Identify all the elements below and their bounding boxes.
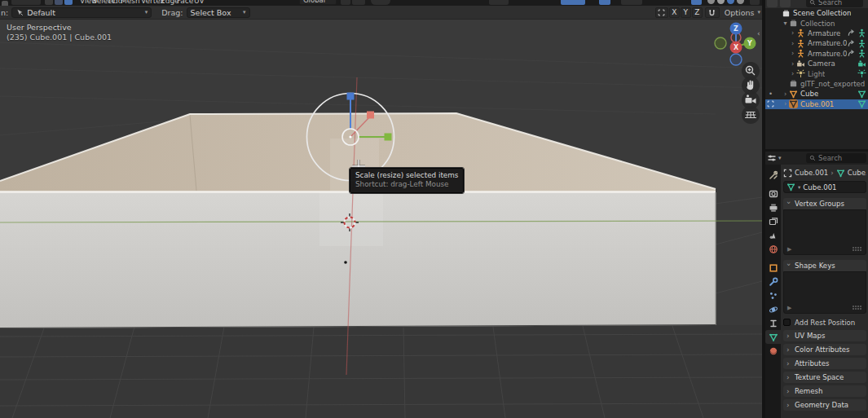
scale-handle-x[interactable]	[367, 112, 374, 119]
expander-open-icon[interactable]: ▾	[782, 20, 789, 27]
shading-material-button[interactable]	[727, 0, 734, 4]
shading-dropdown[interactable]	[750, 0, 760, 5]
expander-closed-icon[interactable]: ›	[789, 60, 796, 68]
breadcrumb-data[interactable]: Cube.0	[848, 169, 866, 177]
properties-tab-object-data[interactable]	[765, 330, 781, 344]
scale-handle-y[interactable]	[385, 134, 392, 141]
properties-tab-particles[interactable]	[765, 288, 781, 302]
light-icon[interactable]	[857, 69, 866, 78]
checkbox-unchecked[interactable]	[783, 319, 791, 326]
pose-icon[interactable]	[847, 29, 856, 37]
panel-header-uv-maps[interactable]: ›UV Maps	[783, 330, 866, 341]
sidebar-collapse-arrow[interactable]: ‹	[757, 29, 760, 37]
add-rest-position-row[interactable]: Add Rest Position	[783, 317, 866, 328]
axis-button-y[interactable]: Y	[681, 7, 691, 18]
expander-closed-icon[interactable]: ›	[782, 90, 789, 98]
expander-closed-icon[interactable]: ›	[789, 70, 796, 77]
transform-pivot-button[interactable]	[655, 7, 668, 18]
panel-header-vertex-groups[interactable]: › Vertex Groups	[783, 198, 866, 209]
mode-dropdown[interactable]	[11, 0, 41, 5]
mesh-datablock-field[interactable]: ▾ Cube.001	[783, 181, 866, 193]
properties-editor-type-button[interactable]: ▾	[767, 153, 782, 163]
properties-tab-tool[interactable]	[765, 168, 781, 182]
expander-closed-icon[interactable]: ›	[789, 50, 796, 57]
list-expand-icon[interactable]: ▶	[787, 305, 791, 311]
properties-tab-world[interactable]	[765, 242, 781, 256]
vertex-select-mode-button[interactable]	[45, 0, 53, 5]
outliner-row-collection[interactable]: ▾Collection	[765, 18, 868, 28]
shading-rendered-button[interactable]	[737, 0, 744, 4]
outliner-row-light[interactable]: ›Light	[765, 68, 868, 78]
gizmo-toggle[interactable]	[599, 0, 610, 5]
outliner-row-armature-002[interactable]: ›Armature.002	[765, 49, 868, 59]
viewport-3d[interactable]: Z Y X ‹	[0, 0, 762, 418]
properties-tab-scene[interactable]	[765, 228, 781, 242]
snap-magnet-toggle[interactable]	[341, 0, 350, 5]
camera-icon[interactable]	[857, 59, 866, 68]
outliner-search-input[interactable]: Search	[806, 0, 863, 7]
expander-closed-icon[interactable]: ›	[789, 29, 796, 37]
vertex-groups-list[interactable]: ▶	[783, 209, 866, 255]
outliner-display-mode-button[interactable]	[780, 0, 791, 7]
nav-axis-z-neg[interactable]	[730, 54, 742, 65]
armature-icon[interactable]	[857, 49, 866, 58]
menu-uv[interactable]: UV	[194, 0, 205, 5]
outliner-row-armature-001[interactable]: ›Armature.001	[765, 38, 868, 48]
properties-tab-constraints[interactable]	[765, 316, 781, 330]
pose-icon[interactable]	[847, 49, 856, 58]
proportional-edit-toggle[interactable]	[371, 0, 390, 5]
armature-icon[interactable]	[857, 29, 866, 37]
outliner-row-armature[interactable]: ›Armature	[765, 29, 868, 38]
orthographic-grid-button[interactable]	[742, 106, 760, 124]
pose-icon[interactable]	[847, 39, 856, 48]
overlays-dropdown[interactable]	[621, 0, 642, 5]
properties-tab-modifiers[interactable]	[765, 275, 781, 288]
armature-icon[interactable]	[857, 39, 866, 48]
options-label[interactable]: Options	[725, 8, 755, 17]
panel-header-geometry-data[interactable]: ›Geometry Data	[783, 399, 866, 411]
properties-tab-output[interactable]	[765, 200, 781, 214]
list-expand-icon[interactable]: ▶	[787, 246, 791, 253]
outliner-row-cube[interactable]: •›Cube	[765, 89, 868, 99]
transform-orientation-dropdown[interactable]: Global	[299, 0, 337, 5]
outliner-row-cube-001[interactable]: ›Cube.001	[765, 99, 868, 109]
shading-solid-button[interactable]	[717, 0, 725, 4]
panel-header-attributes[interactable]: ›Attributes	[783, 358, 866, 369]
snap-dropdown[interactable]	[352, 0, 365, 5]
expander-closed-icon[interactable]: ›	[789, 40, 796, 47]
outliner-row-scene-collection[interactable]: Scene Collection	[765, 8, 868, 18]
xray-toggle[interactable]	[691, 0, 702, 5]
outliner-filter-button[interactable]	[767, 0, 778, 7]
properties-tab-material[interactable]	[765, 344, 781, 358]
outliner-row-gltf-not-exported[interactable]: glTF_not_exported	[765, 79, 868, 89]
snap-settings-button[interactable]	[705, 7, 720, 18]
panel-header-texture-space[interactable]: ›Texture Space	[783, 372, 866, 383]
panel-header-shape-keys[interactable]: › Shape Keys	[783, 260, 866, 271]
edge-select-mode-button[interactable]	[55, 0, 63, 5]
shape-keys-list[interactable]: ▶	[783, 271, 866, 314]
mesh-icon[interactable]	[857, 99, 866, 108]
outliner-row-camera[interactable]: ›Camera	[765, 59, 868, 68]
menu-face[interactable]: Face	[177, 0, 193, 5]
breadcrumb-object[interactable]: Cube.001	[795, 169, 828, 177]
scale-handle-z[interactable]	[347, 93, 355, 100]
properties-tab-object[interactable]	[765, 261, 781, 275]
list-resize-grip[interactable]	[853, 306, 862, 310]
mesh-icon[interactable]	[857, 90, 866, 99]
properties-tab-physics[interactable]	[765, 302, 781, 316]
axis-button-x[interactable]: X	[669, 7, 680, 18]
panel-header-color-attributes[interactable]: ›Color Attributes	[783, 344, 866, 355]
menu-mesh[interactable]: Mesh	[121, 0, 140, 5]
properties-tab-render[interactable]	[765, 187, 781, 200]
preset-dropdown[interactable]: Default ▾	[11, 7, 152, 18]
panel-header-remesh[interactable]: ›Remesh	[783, 385, 866, 397]
drag-mode-dropdown[interactable]: Select Box ▾	[187, 7, 250, 18]
axis-button-z[interactable]: Z	[692, 7, 703, 18]
expander-closed-icon[interactable]: ›	[782, 100, 789, 108]
face-select-mode-button[interactable]	[64, 0, 73, 5]
properties-tab-view-layer[interactable]	[765, 214, 781, 228]
nav-axis-y-neg[interactable]	[715, 37, 726, 49]
list-resize-grip[interactable]	[853, 247, 862, 252]
overlay-toggle-pair[interactable]	[561, 0, 585, 5]
shading-wireframe-button[interactable]	[707, 0, 715, 4]
